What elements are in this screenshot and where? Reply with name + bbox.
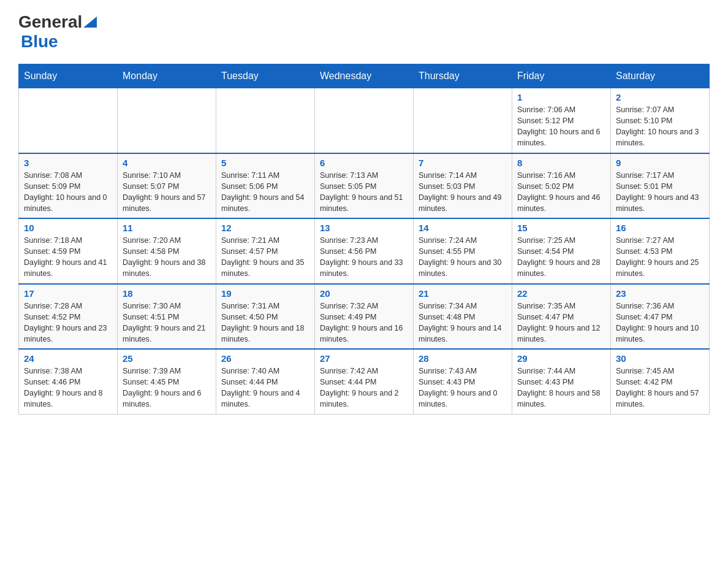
- day-sun-info: Sunrise: 7:24 AM Sunset: 4:55 PM Dayligh…: [419, 235, 507, 280]
- day-number: 22: [517, 288, 605, 299]
- day-number: 8: [517, 158, 605, 168]
- day-sun-info: Sunrise: 7:28 AM Sunset: 4:52 PM Dayligh…: [24, 301, 112, 345]
- calendar-day-cell: 18Sunrise: 7:30 AM Sunset: 4:51 PM Dayli…: [118, 284, 216, 350]
- day-sun-info: Sunrise: 7:13 AM Sunset: 5:05 PM Dayligh…: [320, 170, 408, 215]
- day-sun-info: Sunrise: 7:39 AM Sunset: 4:45 PM Dayligh…: [123, 366, 211, 410]
- calendar-day-cell: [19, 88, 118, 153]
- day-sun-info: Sunrise: 7:20 AM Sunset: 4:58 PM Dayligh…: [123, 235, 211, 280]
- calendar-day-cell: 3Sunrise: 7:08 AM Sunset: 5:09 PM Daylig…: [19, 153, 118, 219]
- calendar-day-cell: 15Sunrise: 7:25 AM Sunset: 4:54 PM Dayli…: [512, 218, 611, 284]
- calendar-day-cell: 26Sunrise: 7:40 AM Sunset: 4:44 PM Dayli…: [216, 349, 315, 414]
- day-number: 30: [616, 353, 704, 364]
- day-number: 5: [221, 158, 309, 168]
- day-number: 9: [616, 158, 704, 168]
- day-sun-info: Sunrise: 7:21 AM Sunset: 4:57 PM Dayligh…: [221, 235, 309, 280]
- day-number: 10: [24, 223, 112, 233]
- day-sun-info: Sunrise: 7:07 AM Sunset: 5:10 PM Dayligh…: [616, 104, 704, 149]
- calendar-day-cell: [118, 88, 216, 153]
- calendar-day-cell: [216, 88, 315, 153]
- day-sun-info: Sunrise: 7:10 AM Sunset: 5:07 PM Dayligh…: [123, 170, 211, 215]
- day-number: 27: [320, 353, 408, 364]
- calendar-day-cell: 2Sunrise: 7:07 AM Sunset: 5:10 PM Daylig…: [611, 88, 710, 153]
- calendar-day-cell: [315, 88, 414, 153]
- day-number: 21: [419, 288, 507, 299]
- calendar-day-cell: 8Sunrise: 7:16 AM Sunset: 5:02 PM Daylig…: [512, 153, 611, 219]
- day-number: 15: [517, 223, 605, 233]
- calendar-day-cell: 20Sunrise: 7:32 AM Sunset: 4:49 PM Dayli…: [315, 284, 414, 350]
- day-number: 7: [419, 158, 507, 168]
- calendar-day-cell: 12Sunrise: 7:21 AM Sunset: 4:57 PM Dayli…: [216, 218, 315, 284]
- calendar-day-cell: 6Sunrise: 7:13 AM Sunset: 5:05 PM Daylig…: [315, 153, 414, 219]
- calendar-day-cell: 29Sunrise: 7:44 AM Sunset: 4:43 PM Dayli…: [512, 349, 611, 414]
- logo-general: General: [18, 12, 82, 32]
- calendar-day-cell: 28Sunrise: 7:43 AM Sunset: 4:43 PM Dayli…: [414, 349, 512, 414]
- day-number: 29: [517, 353, 605, 364]
- day-sun-info: Sunrise: 7:38 AM Sunset: 4:46 PM Dayligh…: [24, 366, 112, 410]
- day-sun-info: Sunrise: 7:43 AM Sunset: 4:43 PM Dayligh…: [419, 366, 507, 410]
- day-number: 24: [24, 353, 112, 364]
- day-number: 3: [24, 158, 112, 168]
- calendar-day-cell: 17Sunrise: 7:28 AM Sunset: 4:52 PM Dayli…: [19, 284, 118, 350]
- day-sun-info: Sunrise: 7:08 AM Sunset: 5:09 PM Dayligh…: [24, 170, 112, 215]
- calendar-week-row: 24Sunrise: 7:38 AM Sunset: 4:46 PM Dayli…: [19, 349, 710, 414]
- day-sun-info: Sunrise: 7:17 AM Sunset: 5:01 PM Dayligh…: [616, 170, 704, 215]
- calendar-day-cell: 24Sunrise: 7:38 AM Sunset: 4:46 PM Dayli…: [19, 349, 118, 414]
- day-sun-info: Sunrise: 7:23 AM Sunset: 4:56 PM Dayligh…: [320, 235, 408, 280]
- calendar-day-cell: [414, 88, 512, 153]
- logo-blue: Blue: [21, 32, 58, 51]
- weekday-header-monday: Monday: [118, 64, 216, 88]
- calendar-day-cell: 16Sunrise: 7:27 AM Sunset: 4:53 PM Dayli…: [611, 218, 710, 284]
- calendar-week-row: 1Sunrise: 7:06 AM Sunset: 5:12 PM Daylig…: [19, 88, 710, 153]
- day-number: 1: [517, 92, 605, 102]
- day-number: 16: [616, 223, 704, 233]
- day-sun-info: Sunrise: 7:27 AM Sunset: 4:53 PM Dayligh…: [616, 235, 704, 280]
- day-number: 4: [123, 158, 211, 168]
- day-number: 19: [221, 288, 309, 299]
- calendar-week-row: 10Sunrise: 7:18 AM Sunset: 4:59 PM Dayli…: [19, 218, 710, 284]
- day-sun-info: Sunrise: 7:36 AM Sunset: 4:47 PM Dayligh…: [616, 301, 704, 345]
- page-header: General Blue: [18, 12, 710, 52]
- day-sun-info: Sunrise: 7:44 AM Sunset: 4:43 PM Dayligh…: [517, 366, 605, 410]
- day-sun-info: Sunrise: 7:14 AM Sunset: 5:03 PM Dayligh…: [419, 170, 507, 215]
- day-sun-info: Sunrise: 7:06 AM Sunset: 5:12 PM Dayligh…: [517, 104, 605, 149]
- weekday-header-row: SundayMondayTuesdayWednesdayThursdayFrid…: [19, 64, 710, 88]
- day-number: 2: [616, 92, 704, 102]
- calendar-day-cell: 4Sunrise: 7:10 AM Sunset: 5:07 PM Daylig…: [118, 153, 216, 219]
- day-sun-info: Sunrise: 7:30 AM Sunset: 4:51 PM Dayligh…: [123, 301, 211, 345]
- calendar-day-cell: 5Sunrise: 7:11 AM Sunset: 5:06 PM Daylig…: [216, 153, 315, 219]
- calendar-day-cell: 22Sunrise: 7:35 AM Sunset: 4:47 PM Dayli…: [512, 284, 611, 350]
- day-number: 23: [616, 288, 704, 299]
- day-sun-info: Sunrise: 7:34 AM Sunset: 4:48 PM Dayligh…: [419, 301, 507, 345]
- day-sun-info: Sunrise: 7:32 AM Sunset: 4:49 PM Dayligh…: [320, 301, 408, 345]
- calendar-week-row: 3Sunrise: 7:08 AM Sunset: 5:09 PM Daylig…: [19, 153, 710, 219]
- day-number: 11: [123, 223, 211, 233]
- calendar-day-cell: 27Sunrise: 7:42 AM Sunset: 4:44 PM Dayli…: [315, 349, 414, 414]
- calendar-day-cell: 7Sunrise: 7:14 AM Sunset: 5:03 PM Daylig…: [414, 153, 512, 219]
- day-sun-info: Sunrise: 7:45 AM Sunset: 4:42 PM Dayligh…: [616, 366, 704, 410]
- weekday-header-friday: Friday: [512, 64, 611, 88]
- calendar-day-cell: 25Sunrise: 7:39 AM Sunset: 4:45 PM Dayli…: [118, 349, 216, 414]
- weekday-header-saturday: Saturday: [611, 64, 710, 88]
- day-sun-info: Sunrise: 7:40 AM Sunset: 4:44 PM Dayligh…: [221, 366, 309, 410]
- day-number: 6: [320, 158, 408, 168]
- day-sun-info: Sunrise: 7:18 AM Sunset: 4:59 PM Dayligh…: [24, 235, 112, 280]
- day-sun-info: Sunrise: 7:11 AM Sunset: 5:06 PM Dayligh…: [221, 170, 309, 215]
- calendar-day-cell: 1Sunrise: 7:06 AM Sunset: 5:12 PM Daylig…: [512, 88, 611, 153]
- day-sun-info: Sunrise: 7:25 AM Sunset: 4:54 PM Dayligh…: [517, 235, 605, 280]
- calendar-day-cell: 10Sunrise: 7:18 AM Sunset: 4:59 PM Dayli…: [19, 218, 118, 284]
- svg-marker-0: [83, 17, 97, 28]
- day-number: 18: [123, 288, 211, 299]
- weekday-header-sunday: Sunday: [19, 64, 118, 88]
- calendar-table: SundayMondayTuesdayWednesdayThursdayFrid…: [18, 64, 710, 415]
- weekday-header-wednesday: Wednesday: [315, 64, 414, 88]
- day-number: 25: [123, 353, 211, 364]
- day-sun-info: Sunrise: 7:42 AM Sunset: 4:44 PM Dayligh…: [320, 366, 408, 410]
- logo-triangle-icon: [83, 14, 97, 28]
- weekday-header-tuesday: Tuesday: [216, 64, 315, 88]
- day-number: 26: [221, 353, 309, 364]
- calendar-day-cell: 30Sunrise: 7:45 AM Sunset: 4:42 PM Dayli…: [611, 349, 710, 414]
- day-sun-info: Sunrise: 7:31 AM Sunset: 4:50 PM Dayligh…: [221, 301, 309, 345]
- day-number: 20: [320, 288, 408, 299]
- calendar-day-cell: 9Sunrise: 7:17 AM Sunset: 5:01 PM Daylig…: [611, 153, 710, 219]
- day-number: 14: [419, 223, 507, 233]
